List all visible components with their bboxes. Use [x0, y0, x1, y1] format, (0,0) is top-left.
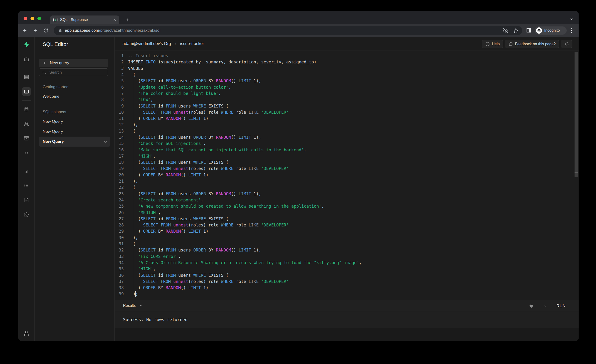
new-tab-button[interactable] — [124, 16, 131, 23]
rail-icon-home[interactable] — [22, 55, 31, 63]
tab-title: SQL | Supabase — [60, 18, 113, 22]
zoom-window-button[interactable] — [37, 17, 41, 20]
notifications-button[interactable] — [561, 40, 572, 48]
code-text: 'Make sure that SQL can not be injected … — [124, 148, 306, 152]
bookmark-star-icon[interactable] — [513, 28, 518, 33]
back-icon[interactable] — [21, 28, 28, 33]
code-line-39[interactable]: 39 ); — [115, 291, 579, 297]
line-number: 14 — [115, 135, 124, 140]
rail-icon-table-editor[interactable] — [22, 73, 31, 81]
favorite-heart-icon[interactable] — [529, 304, 534, 308]
code-line-31[interactable]: 31 ( — [115, 241, 579, 247]
tab-overflow-chevron-icon[interactable] — [570, 17, 573, 21]
main-header: adam@windmill.dev's Org/issue-tracker He… — [115, 37, 579, 51]
code-line-33[interactable]: 33 'Fix CORS error', — [115, 253, 579, 260]
code-text: 'HIGH', — [124, 267, 156, 271]
code-line-37[interactable]: 37 SELECT FROM unnest(roles) role WHERE … — [115, 278, 579, 285]
code-line-21[interactable]: 21 ), — [115, 178, 579, 184]
sidebar-item-new-query[interactable]: New Query — [39, 137, 110, 147]
editor-scrollbar[interactable] — [574, 52, 578, 177]
feedback-button[interactable]: Feedback on this page? — [505, 40, 559, 48]
code-text: 'Check for SQL injections', — [124, 141, 206, 146]
code-line-27[interactable]: 27 (SELECT id FROM users WHERE EXISTS ( — [115, 216, 579, 222]
code-line-2[interactable]: 2INSERT INTO issues(created_by, summary,… — [115, 59, 579, 65]
code-line-8[interactable]: 8 'LOW', — [115, 97, 579, 103]
rail-icon-account[interactable] — [22, 329, 31, 338]
save-options-chevron-icon[interactable] — [543, 304, 547, 308]
new-query-button[interactable]: New query — [39, 59, 108, 67]
rail-icon-settings[interactable] — [22, 210, 31, 219]
breadcrumb-item[interactable]: adam@windmill.dev's Org — [123, 41, 171, 46]
rail-icon-logs[interactable] — [22, 181, 31, 190]
browser-tab[interactable]: SQL | Supabase — [50, 15, 119, 24]
code-line-32[interactable]: 32 (SELECT id FROM users ORDER BY RANDOM… — [115, 247, 579, 253]
sidebar-item-new-query[interactable]: New Query — [39, 126, 110, 137]
code-line-20[interactable]: 20 ) ORDER BY RANDOM() LIMIT 1) — [115, 172, 579, 178]
rail-icon-storage[interactable] — [22, 134, 31, 143]
code-line-35[interactable]: 35 'HIGH', — [115, 266, 579, 272]
code-line-30[interactable]: 30 ), — [115, 235, 579, 241]
code-line-6[interactable]: 6 'Update call-to-action button color', — [115, 84, 579, 90]
incognito-badge[interactable]: Incognito — [535, 26, 567, 35]
code-line-5[interactable]: 5 (SELECT id FROM users ORDER BY RANDOM(… — [115, 78, 579, 84]
reload-icon[interactable] — [42, 28, 49, 33]
code-line-10[interactable]: 10 SELECT FROM unnest(roles) role WHERE … — [115, 109, 579, 115]
code-text: INSERT INTO issues(created_by, summary, … — [124, 59, 316, 64]
help-button[interactable]: Help — [482, 40, 503, 48]
code-line-13[interactable]: 13 ( — [115, 128, 579, 134]
code-line-19[interactable]: 19 SELECT FROM unnest(roles) role WHERE … — [115, 165, 579, 172]
sidebar-item-new-query[interactable]: New Query — [39, 117, 110, 126]
code-line-29[interactable]: 29 ) ORDER BY RANDOM() LIMIT 1) — [115, 228, 579, 234]
code-line-11[interactable]: 11 ) ORDER BY RANDOM() LIMIT 1) — [115, 115, 579, 122]
code-line-4[interactable]: 4 ( — [115, 72, 579, 78]
sidebar-item-welcome[interactable]: Welcome — [39, 91, 110, 102]
code-line-28[interactable]: 28 SELECT FROM unnest(roles) role WHERE … — [115, 222, 579, 228]
code-line-26[interactable]: 26 'MEDIUM', — [115, 209, 579, 215]
search-input[interactable]: Search — [39, 68, 108, 76]
browser-menu-icon[interactable] — [571, 27, 572, 34]
eye-off-icon[interactable] — [503, 28, 508, 33]
code-line-36[interactable]: 36 (SELECT id FROM users WHERE EXISTS ( — [115, 272, 579, 278]
tab-close-icon[interactable] — [113, 18, 116, 22]
code-line-3[interactable]: 3VALUES — [115, 65, 579, 72]
minimize-window-button[interactable] — [30, 17, 34, 20]
code-line-25[interactable]: 25 'A new component should be created to… — [115, 203, 579, 209]
code-line-24[interactable]: 24 'Create search component', — [115, 197, 579, 203]
code-line-18[interactable]: 18 (SELECT id FROM users WHERE EXISTS ( — [115, 159, 579, 165]
rail-icon-sql-editor[interactable] — [22, 87, 31, 96]
chevron-down-icon[interactable] — [104, 140, 107, 143]
sql-code-editor[interactable]: 1-- Insert issues2INSERT INTO issues(cre… — [115, 51, 579, 300]
code-line-15[interactable]: 15 'Check for SQL injections', — [115, 141, 579, 147]
lock-icon — [58, 29, 62, 32]
rail-icon-database[interactable] — [22, 105, 31, 114]
code-line-9[interactable]: 9 (SELECT id FROM users WHERE EXISTS ( — [115, 103, 579, 109]
code-text: ( — [124, 129, 136, 134]
code-line-16[interactable]: 16 'Make sure that SQL can not be inject… — [115, 147, 579, 153]
close-window-button[interactable] — [24, 17, 27, 20]
code-line-7[interactable]: 7 'The color should be light blue', — [115, 90, 579, 97]
code-text: (SELECT id FROM users ORDER BY RANDOM() … — [124, 135, 261, 140]
code-line-34[interactable]: 34 'A Cross Origin Resource Sharing erro… — [115, 260, 579, 266]
code-line-38[interactable]: 38 ) ORDER BY RANDOM() LIMIT 1) — [115, 285, 579, 291]
rail-icon-reports[interactable] — [22, 167, 31, 175]
breadcrumb-item[interactable]: issue-tracker — [180, 41, 204, 46]
run-button[interactable]: RUN — [556, 304, 566, 308]
rail-icon-supabase-logo[interactable] — [22, 40, 31, 49]
line-number: 18 — [115, 160, 124, 165]
results-dropdown[interactable]: Results — [123, 304, 143, 308]
address-bar[interactable]: app.supabase.com/project/azahtnhqohyjerz… — [54, 26, 522, 35]
code-text: ) ORDER BY RANDOM() LIMIT 1) — [124, 285, 208, 290]
code-line-17[interactable]: 17 'HIGH', — [115, 153, 579, 159]
code-line-22[interactable]: 22 ( — [115, 184, 579, 190]
code-line-14[interactable]: 14 (SELECT id FROM users ORDER BY RANDOM… — [115, 134, 579, 141]
code-line-23[interactable]: 23 (SELECT id FROM users ORDER BY RANDOM… — [115, 191, 579, 197]
incognito-icon — [536, 27, 542, 34]
code-line-1[interactable]: 1-- Insert issues — [115, 53, 579, 59]
code-line-12[interactable]: 12 ), — [115, 122, 579, 128]
rail-icon-auth[interactable] — [22, 120, 31, 128]
rail-icon-code[interactable] — [22, 149, 31, 157]
rail-icon-docs[interactable] — [22, 196, 31, 204]
code-text: (SELECT id FROM users WHERE EXISTS ( — [124, 104, 229, 108]
side-panel-icon[interactable] — [526, 27, 532, 33]
forward-icon[interactable] — [32, 28, 39, 33]
